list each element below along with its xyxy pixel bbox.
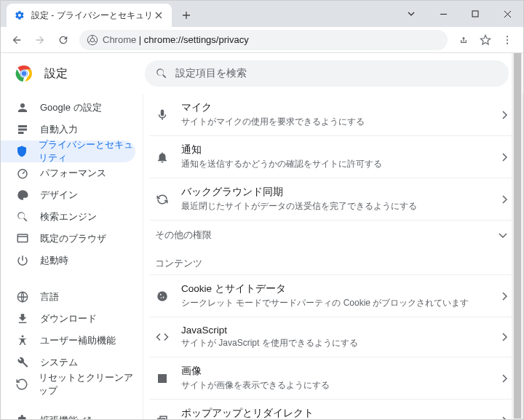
omnibox-text: Chrome | chrome://settings/privacy: [103, 34, 249, 45]
sidebar-item-search-engine[interactable]: 検索エンジン: [1, 206, 135, 228]
omnibox[interactable]: Chrome | chrome://settings/privacy: [79, 30, 448, 50]
nav-reload-button[interactable]: [53, 30, 74, 50]
share-icon[interactable]: [453, 30, 474, 50]
accessibility-icon: [15, 334, 30, 347]
svg-point-12: [22, 336, 24, 338]
svg-rect-19: [158, 419, 164, 420]
sidebar-item-privacy[interactable]: プライバシーとセキュリティ: [1, 140, 135, 162]
window-scrollbar[interactable]: [512, 53, 523, 419]
svg-point-4: [507, 39, 508, 40]
close-icon[interactable]: [153, 9, 164, 21]
window-titlebar: 設定 - プライバシーとセキュリ: [1, 1, 523, 27]
browser-tab[interactable]: 設定 - プライバシーとセキュリ: [7, 4, 172, 27]
chevron-right-icon: [501, 153, 507, 162]
nav-back-button[interactable]: [7, 30, 27, 50]
setting-row-notifications[interactable]: 通知通知を送信するかどうかの確認をサイトに許可する: [149, 135, 513, 178]
chevron-right-icon: [501, 416, 507, 420]
setting-row-popups[interactable]: ポップアップとリダイレクトサイトにポップアップの送信やリダイレクトの使用を許可し…: [149, 399, 513, 419]
wrench-icon: [15, 356, 30, 369]
setting-row-javascript[interactable]: JavaScriptサイトが JavaScript を使用できるようにする: [149, 317, 513, 357]
search-icon: [15, 210, 30, 223]
new-tab-button[interactable]: [176, 5, 196, 25]
person-icon: [15, 101, 30, 114]
restore-icon: [15, 378, 28, 391]
sidebar-item-google[interactable]: Google の設定: [1, 97, 135, 119]
sync-icon: [155, 193, 170, 206]
browser-icon: [15, 232, 30, 245]
external-link-icon: [82, 416, 92, 419]
page-title: 設定: [44, 66, 68, 82]
search-icon: [155, 67, 168, 80]
speed-icon: [15, 167, 30, 180]
svg-point-3: [507, 36, 508, 37]
menu-icon[interactable]: [497, 30, 517, 50]
autofill-icon: [15, 123, 30, 136]
tab-title: 設定 - プライバシーとセキュリ: [31, 9, 153, 22]
window-maximize-button[interactable]: [459, 1, 491, 27]
setting-row-microphone[interactable]: マイクサイトがマイクの使用を要求できるようにする: [149, 94, 513, 135]
popup-icon: [155, 414, 170, 420]
sidebar-item-design[interactable]: デザイン: [1, 184, 135, 206]
chrome-icon: [87, 34, 98, 46]
sidebar-item-system[interactable]: システム: [1, 352, 135, 373]
extension-icon: [15, 414, 30, 419]
sidebar-item-extensions[interactable]: 拡張機能: [1, 410, 135, 419]
palette-icon: [15, 189, 30, 202]
sidebar-item-autofill[interactable]: 自動入力: [1, 119, 135, 140]
sidebar-item-reset[interactable]: リセットとクリーンアップ: [1, 373, 135, 395]
sidebar-item-download[interactable]: ダウンロード: [1, 308, 135, 330]
svg-point-5: [507, 42, 508, 44]
globe-icon: [15, 290, 30, 304]
chevron-right-icon: [501, 333, 507, 341]
svg-rect-10: [17, 234, 28, 242]
microphone-icon: [155, 108, 170, 122]
main-panel: マイクサイトがマイクの使用を要求できるようにする 通知通知を送信するかどうかの確…: [143, 94, 523, 419]
search-placeholder: 設定項目を検索: [175, 67, 247, 80]
svg-rect-0: [472, 11, 478, 17]
nav-forward-button[interactable]: [30, 30, 50, 50]
chevron-right-icon: [501, 374, 507, 383]
settings-search[interactable]: 設定項目を検索: [145, 60, 509, 87]
power-icon: [15, 254, 30, 267]
chevron-right-icon: [501, 195, 507, 204]
setting-row-cookies[interactable]: Cookie とサイトデータシークレット モードでサードパーティの Cookie…: [149, 274, 513, 317]
sidebar: Google の設定 自動入力 プライバシーとセキュリティ パフォーマンス デザ…: [1, 94, 143, 419]
image-icon: [155, 372, 170, 385]
chrome-logo-icon: [15, 65, 33, 82]
svg-point-17: [163, 296, 164, 298]
bookmark-icon[interactable]: [475, 30, 496, 50]
svg-point-8: [21, 71, 27, 76]
svg-point-15: [157, 291, 167, 301]
chevron-down-icon: [499, 233, 507, 239]
sidebar-item-performance[interactable]: パフォーマンス: [1, 162, 135, 184]
cookie-icon: [155, 290, 170, 303]
sidebar-item-default-browser[interactable]: 既定のブラウザ: [1, 228, 135, 250]
window-close-button[interactable]: [491, 1, 523, 27]
gear-icon: [14, 9, 25, 21]
caret-down-icon[interactable]: [395, 1, 427, 27]
setting-row-background-sync[interactable]: バックグラウンド同期最近閉じたサイトがデータの送受信を完了できるようにする: [149, 178, 513, 220]
sidebar-item-startup[interactable]: 起動時: [1, 250, 135, 272]
sidebar-item-accessibility[interactable]: ユーザー補助機能: [1, 330, 135, 352]
sidebar-item-language[interactable]: 言語: [1, 286, 135, 308]
svg-point-16: [160, 293, 162, 295]
settings-header: 設定 設定項目を検索: [1, 53, 523, 94]
chevron-right-icon: [501, 111, 507, 119]
address-bar: Chrome | chrome://settings/privacy: [1, 27, 523, 53]
code-icon: [155, 330, 170, 344]
chevron-right-icon: [501, 292, 507, 301]
shield-icon: [15, 145, 28, 158]
download-icon: [15, 312, 30, 325]
svg-point-18: [161, 297, 162, 298]
scrollbar-thumb[interactable]: [514, 53, 521, 419]
expand-other-permissions[interactable]: その他の権限: [149, 220, 513, 250]
bell-icon: [155, 151, 170, 164]
setting-row-images[interactable]: 画像サイトが画像を表示できるようにする: [149, 357, 513, 399]
window-minimize-button[interactable]: [427, 1, 459, 27]
content-section-label: コンテンツ: [149, 250, 513, 274]
svg-point-2: [90, 38, 94, 41]
